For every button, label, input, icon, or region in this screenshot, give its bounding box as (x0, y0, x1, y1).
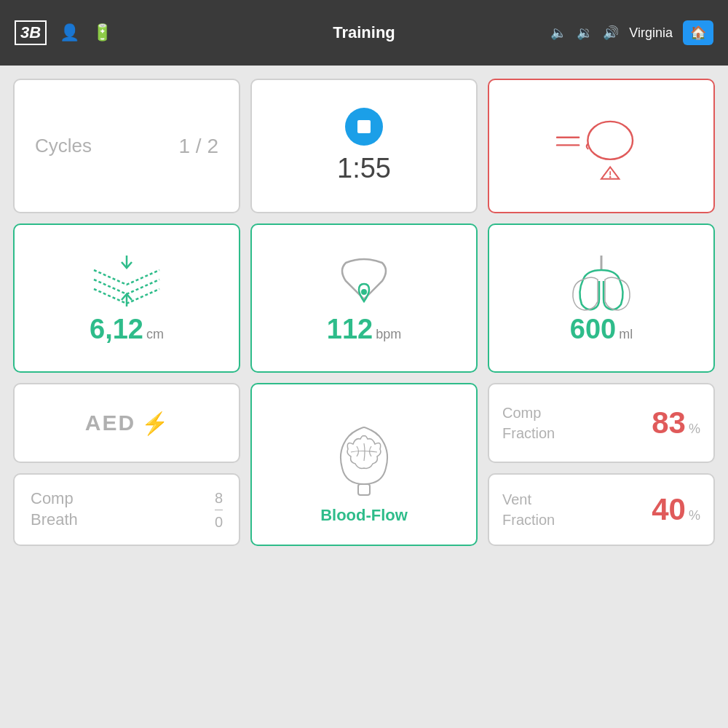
page-title: Training (333, 23, 395, 42)
vent-fraction-unit: % (689, 508, 700, 523)
compression-unit: cm (146, 327, 164, 342)
lung-value: 600 (570, 314, 616, 345)
compression-value: 6,12 (90, 314, 143, 345)
main-grid: Cycles 1 / 2 1:55 (0, 66, 728, 728)
vent-fraction-label: VentFraction (502, 489, 555, 530)
cycles-value: 1 / 2 (179, 135, 218, 158)
bloodflow-card: Blood-Flow (250, 383, 478, 546)
manikin-card (488, 79, 715, 213)
header-left: 3B 👤 🔋 (15, 20, 112, 45)
lung-card: 600 ml (488, 223, 715, 373)
volume-high-icon[interactable]: 🔊 (603, 25, 619, 41)
vent-fraction-card: VentFraction 40 % (488, 473, 715, 546)
svg-point-5 (609, 176, 611, 178)
stop-icon (357, 120, 371, 133)
lung-icon (561, 252, 641, 314)
comp-breath-label: CompBreath (31, 488, 78, 530)
comp-fraction-unit: % (689, 422, 700, 437)
heartrate-unit: bpm (376, 327, 401, 342)
comp-breath-fraction: 8 0 (215, 488, 223, 532)
bloodflow-label: Blood-Flow (320, 506, 408, 525)
comp-breath-card: CompBreath 8 0 (13, 473, 240, 546)
heartrate-card: 112 bpm (250, 223, 478, 373)
comp-fraction-label: CompFraction (502, 403, 555, 443)
heartrate-value: 112 (327, 314, 373, 345)
user-icon: 👤 (60, 23, 79, 42)
logo: 3B (15, 20, 47, 45)
compression-card: 6,12 cm (13, 223, 240, 373)
compression-icon (87, 252, 167, 314)
comp-breath-denominator: 0 (215, 514, 223, 530)
volume-mid-icon[interactable]: 🔉 (577, 25, 593, 41)
cycles-label: Cycles (35, 135, 92, 157)
lung-unit: ml (619, 327, 633, 342)
volume-low-icon[interactable]: 🔈 (550, 25, 566, 41)
brain-icon (320, 404, 408, 499)
svg-point-0 (587, 121, 633, 159)
cycles-card: Cycles 1 / 2 (13, 79, 240, 213)
aed-bolt-icon: ⚡ (141, 411, 168, 436)
header: 3B 👤 🔋 Training 🔈 🔉 🔊 Virginia 🏠 (0, 0, 728, 66)
heartrate-icon (331, 252, 397, 314)
svg-point-8 (361, 289, 367, 295)
vent-fraction-value: 40 (652, 492, 686, 527)
home-button[interactable]: 🏠 (683, 20, 713, 45)
stop-button[interactable] (345, 108, 383, 146)
comp-fraction-value: 83 (652, 405, 686, 440)
battery-icon: 🔋 (92, 23, 112, 42)
svg-rect-10 (358, 484, 370, 495)
timer-value: 1:55 (337, 153, 391, 184)
user-name: Virginia (629, 25, 673, 41)
timer-card: 1:55 (250, 79, 478, 213)
comp-fraction-card: CompFraction 83 % (488, 383, 715, 463)
manikin-icon (554, 106, 649, 186)
header-right: 🔈 🔉 🔊 Virginia 🏠 (550, 20, 713, 45)
comp-breath-numerator: 8 (215, 490, 223, 506)
aed-card: AED ⚡ (13, 383, 240, 463)
aed-label: AED (85, 411, 135, 435)
